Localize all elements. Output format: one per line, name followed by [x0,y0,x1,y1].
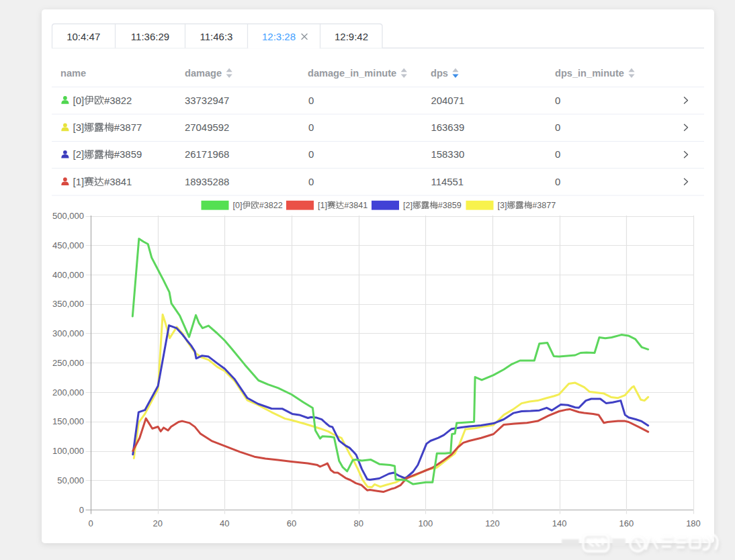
svg-text:dps_in_minute: dps_in_minute [555,68,624,79]
svg-text:0: 0 [555,95,560,106]
svg-text:0: 0 [555,122,560,133]
svg-text:dps: dps [431,68,448,79]
svg-text:450,000: 450,000 [52,240,84,250]
svg-text:0: 0 [308,122,314,133]
svg-text:0: 0 [308,177,314,187]
svg-text:#3859: #3859 [114,149,142,160]
svg-text:11:46:3: 11:46:3 [200,31,233,42]
svg-text:damage: damage [185,68,222,79]
svg-text:500,000: 500,000 [52,211,84,221]
svg-text:12:3:28: 12:3:28 [262,31,296,42]
svg-text:26171968: 26171968 [185,149,229,160]
svg-text:33732947: 33732947 [185,95,229,106]
svg-text:0: 0 [88,518,93,528]
svg-text:#3841: #3841 [344,201,368,210]
svg-text:18935288: 18935288 [185,177,229,187]
svg-text:0: 0 [79,505,84,515]
svg-text:0: 0 [555,177,560,187]
svg-text:163639: 163639 [431,122,465,133]
svg-text:[3]: [3] [73,122,85,133]
svg-text:350,000: 350,000 [52,299,84,309]
svg-text:[1]: [1] [318,201,327,210]
svg-text:#3822: #3822 [104,95,132,106]
svg-text:100,000: 100,000 [52,446,84,456]
svg-text:27049592: 27049592 [185,122,229,133]
svg-text:#3841: #3841 [104,177,132,187]
svg-text:140: 140 [552,518,567,528]
svg-text:150,000: 150,000 [52,416,84,426]
svg-text:[0]: [0] [73,95,85,106]
svg-text:[1]: [1] [73,177,85,187]
svg-text:name: name [60,68,86,79]
svg-text:100: 100 [418,518,433,528]
svg-text:#3877: #3877 [532,201,556,210]
svg-text:158330: 158330 [431,149,465,160]
svg-text:[0]: [0] [233,201,243,210]
svg-text:40: 40 [220,518,229,528]
svg-text:204071: 204071 [431,95,465,106]
svg-text:11:36:29: 11:36:29 [131,31,169,42]
svg-text:#3877: #3877 [114,122,142,133]
svg-text:[2]: [2] [73,149,85,160]
svg-text:50,000: 50,000 [57,475,84,485]
svg-text:10:4:47: 10:4:47 [67,31,100,42]
svg-text:12:9:42: 12:9:42 [335,31,368,42]
svg-text:400,000: 400,000 [52,270,84,280]
svg-text:160: 160 [619,518,634,528]
svg-text:0: 0 [308,95,314,106]
svg-text:20: 20 [153,518,162,528]
svg-text:0: 0 [555,149,560,160]
svg-text:120: 120 [485,518,500,528]
svg-text:300,000: 300,000 [52,328,84,338]
svg-text:0: 0 [308,149,314,160]
svg-text:60: 60 [287,518,296,528]
svg-text:damage_in_minute: damage_in_minute [308,68,396,79]
svg-text:250,000: 250,000 [52,358,84,368]
svg-text:80: 80 [353,518,363,528]
svg-text:[2]: [2] [403,201,413,210]
svg-text:[3]: [3] [498,201,507,210]
svg-text:200,000: 200,000 [52,387,84,398]
svg-text:114551: 114551 [431,177,464,187]
svg-text:#3859: #3859 [438,201,462,210]
svg-text:#3822: #3822 [259,201,283,210]
svg-text:180: 180 [686,518,701,528]
